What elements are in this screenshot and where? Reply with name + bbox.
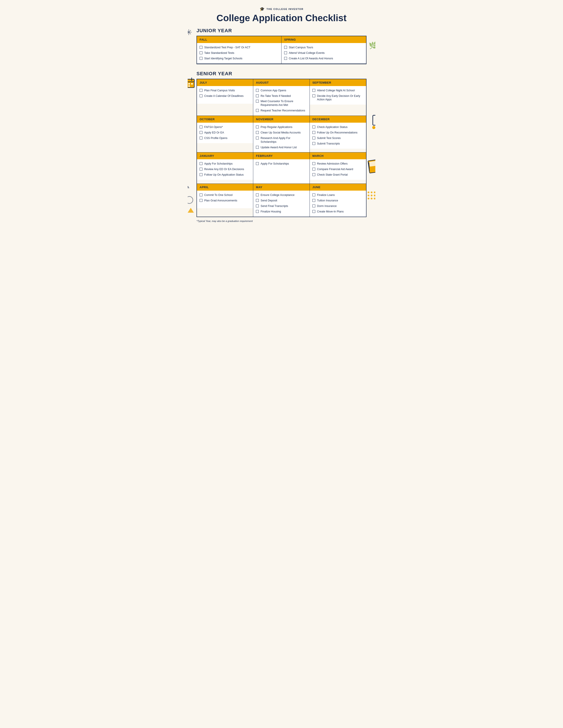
checkbox[interactable] xyxy=(199,193,202,196)
footnote: *Typical Year, may also be a graduation … xyxy=(196,220,367,222)
checkbox[interactable] xyxy=(256,100,259,103)
checkbox[interactable] xyxy=(256,137,259,139)
checkbox[interactable] xyxy=(313,89,315,92)
notebook-icon xyxy=(368,159,375,174)
checkbox[interactable] xyxy=(199,57,202,60)
checkbox[interactable] xyxy=(199,199,202,202)
senior-year-grid: JULY Plan Final Campus Visits Create A C… xyxy=(196,79,367,217)
april-header: APRIL xyxy=(197,184,253,191)
checkbox[interactable] xyxy=(313,137,315,139)
item-label: Send Deposit xyxy=(260,199,277,203)
checkbox[interactable] xyxy=(256,146,259,149)
checkbox[interactable] xyxy=(256,94,259,97)
item-label: Review Any ED Or EA Decisions xyxy=(204,167,244,171)
checkbox[interactable] xyxy=(284,57,287,60)
senior-row-1: JULY Plan Final Campus Visits Create A C… xyxy=(197,79,366,116)
may-header: MAY xyxy=(253,184,309,191)
checkbox[interactable] xyxy=(313,131,315,134)
checkbox[interactable] xyxy=(284,46,287,49)
checkbox[interactable] xyxy=(313,193,315,196)
list-item: Create A Calendar Of Deadlines xyxy=(199,94,250,98)
november-content: Prep Regular Applications Clean Up Socia… xyxy=(253,123,309,152)
item-label: Dorm Insurance xyxy=(317,204,337,208)
item-label: Create Move-In Plans xyxy=(317,210,344,214)
item-label: Clean Up Social Media Accounts xyxy=(260,131,301,135)
pencil-icon: ✏ xyxy=(188,182,191,191)
list-item: Finalize Housing xyxy=(256,210,307,214)
svg-rect-8 xyxy=(188,85,190,87)
header: 🎓 THE COLLEGE INVESTOR College Applicati… xyxy=(196,7,367,23)
list-item: Re-Take Tests If Needed xyxy=(256,94,307,98)
list-item: Check Application Status xyxy=(313,125,364,129)
november-header: NOVEMBER xyxy=(253,116,309,123)
may-content: Ensure College Acceptance Send Deposit S… xyxy=(253,191,309,217)
checkbox[interactable] xyxy=(199,51,202,54)
item-label: Submit Test Scores xyxy=(317,136,341,140)
february-block: FEBRUARY Apply For Scholarships xyxy=(253,152,310,184)
item-label: Send Final Transcripts xyxy=(260,204,288,208)
checkbox[interactable] xyxy=(256,126,259,128)
january-block: JANUARY Apply For Scholarships Review An… xyxy=(197,152,253,184)
checkbox[interactable] xyxy=(199,131,202,134)
item-label: Meet Counselor To Ensure Requirements Ar… xyxy=(260,99,307,107)
checkbox[interactable] xyxy=(313,168,315,171)
checkbox[interactable] xyxy=(199,89,202,92)
checkbox[interactable] xyxy=(313,205,315,207)
senior-row-2: OCTOBER FAFSA Opens* Apply ED Or EA CSS … xyxy=(197,116,366,152)
checkbox[interactable] xyxy=(256,131,259,134)
june-header: JUNE xyxy=(310,184,366,191)
spring-content: Start Campus Tours Attend Virtual Colleg… xyxy=(282,43,366,64)
checkbox[interactable] xyxy=(256,205,259,207)
checkbox[interactable] xyxy=(313,94,315,97)
item-label: Finalize Loans xyxy=(317,193,335,197)
checkbox[interactable] xyxy=(313,126,315,128)
checkbox[interactable] xyxy=(256,210,259,213)
checkbox[interactable] xyxy=(256,109,259,112)
item-label: Re-Take Tests If Needed xyxy=(260,94,291,98)
checkbox[interactable] xyxy=(256,193,259,196)
checkbox[interactable] xyxy=(256,199,259,202)
checkbox[interactable] xyxy=(199,173,202,176)
list-item: Decide Any Early Decision Or Early Actio… xyxy=(313,94,364,102)
list-item: Plan Final Campus Visits xyxy=(199,89,250,92)
brand-icon: 🎓 xyxy=(259,7,265,11)
checkbox[interactable] xyxy=(313,162,315,165)
item-label: Finalize Housing xyxy=(260,210,281,214)
item-label: Attend College Night At School xyxy=(317,89,355,92)
checkbox[interactable] xyxy=(199,94,202,97)
item-label: FAFSA Opens* xyxy=(204,125,223,129)
checkbox[interactable] xyxy=(284,51,287,54)
item-label: Follow Up On Application Status xyxy=(204,173,244,177)
brand-name: THE COLLEGE INVESTOR xyxy=(266,8,304,10)
item-label: CSS Profile Opens xyxy=(204,136,227,140)
fall-block: FALL Standardized Test Prep - SAT Or ACT… xyxy=(197,36,282,64)
snowflake-icon: ✳ xyxy=(188,28,192,37)
checkbox[interactable] xyxy=(199,126,202,128)
page-title: College Application Checklist xyxy=(196,13,367,23)
checkbox[interactable] xyxy=(199,162,202,165)
checkbox[interactable] xyxy=(313,142,315,145)
senior-year-title: SENIOR YEAR xyxy=(196,71,367,77)
item-label: Plan Final Campus Visits xyxy=(204,89,235,92)
checkbox[interactable] xyxy=(313,199,315,202)
august-header: AUGUST xyxy=(253,79,309,86)
list-item: Send Deposit xyxy=(256,199,307,203)
october-block: OCTOBER FAFSA Opens* Apply ED Or EA CSS … xyxy=(197,116,253,152)
checkbox[interactable] xyxy=(313,210,315,213)
list-item: Apply For Scholarships xyxy=(256,162,307,166)
checkbox[interactable] xyxy=(199,46,202,49)
checkbox[interactable] xyxy=(256,89,259,92)
list-item: Take Standardized Tests xyxy=(199,51,278,55)
item-label: Review Admission Offers xyxy=(317,162,348,166)
item-label: Follow Up On Recommendations xyxy=(317,131,358,135)
checkbox[interactable] xyxy=(199,168,202,171)
december-header: DECEMBER xyxy=(310,116,366,123)
march-header: MARCH xyxy=(310,152,366,159)
item-label: Ensure College Acceptance xyxy=(260,193,295,197)
senior-year-section: ✏ SENIOR YEAR JULY Plan Final Campus Vis… xyxy=(196,71,367,217)
checkbox[interactable] xyxy=(256,162,259,165)
item-label: Create A List Of Awards And Honors xyxy=(289,57,333,60)
checkbox[interactable] xyxy=(313,173,315,176)
checkbox[interactable] xyxy=(199,137,202,139)
list-item: Apply ED Or EA xyxy=(199,131,250,135)
